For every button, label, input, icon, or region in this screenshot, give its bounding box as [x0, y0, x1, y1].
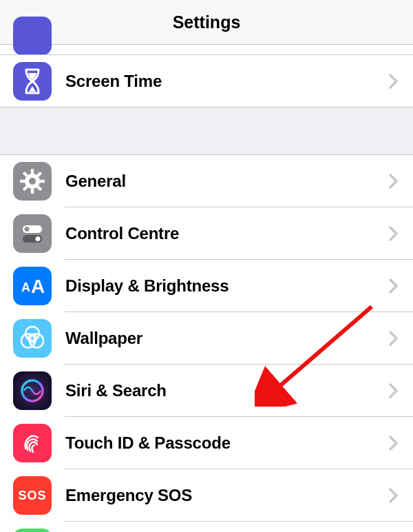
list-item-sos[interactable]: SOS Emergency SOS: [0, 469, 413, 522]
siri-icon: [13, 371, 52, 410]
svg-rect-5: [31, 189, 34, 194]
chevron-right-icon: [387, 71, 401, 92]
svg-point-9: [29, 178, 36, 185]
hourglass-icon: [13, 62, 52, 101]
chevron-right-icon: [387, 328, 401, 349]
list-item-label: Siri & Search: [52, 381, 387, 400]
text-size-icon: A A: [13, 267, 52, 305]
app-icon: [13, 17, 52, 55]
svg-point-11: [25, 227, 30, 232]
list-item-label: General: [52, 172, 387, 191]
list-item-screen-time[interactable]: Screen Time: [0, 55, 413, 108]
list-item-battery[interactable]: Battery: [0, 522, 413, 532]
flower-icon: [13, 319, 52, 358]
list-item-partial[interactable]: [0, 45, 413, 55]
svg-rect-1: [31, 169, 34, 174]
chevron-right-icon: [387, 171, 401, 192]
list-item-siri[interactable]: Siri & Search: [0, 365, 413, 417]
list-item-touchid[interactable]: Touch ID & Passcode: [0, 417, 413, 469]
chevron-right-icon: [387, 433, 401, 453]
chevron-right-icon: [387, 380, 401, 401]
svg-rect-7: [20, 180, 25, 183]
gear-icon: [13, 162, 52, 201]
svg-point-13: [36, 236, 41, 241]
list-item-label: Emergency SOS: [52, 486, 387, 505]
section-gap: [0, 108, 413, 155]
list-item-label: Wallpaper: [52, 329, 387, 348]
svg-text:SOS: SOS: [18, 489, 46, 502]
chevron-right-icon: [387, 485, 401, 506]
list-item-label: Control Centre: [52, 224, 387, 243]
svg-text:A: A: [21, 280, 30, 294]
chevron-right-icon: [387, 276, 401, 296]
page-title: Settings: [0, 0, 413, 45]
list-item-label: Display & Brightness: [52, 276, 387, 296]
list-item-wallpaper[interactable]: Wallpaper: [0, 312, 413, 365]
chevron-right-icon: [387, 223, 401, 244]
battery-icon: [13, 529, 52, 532]
svg-rect-3: [40, 180, 45, 183]
list-item-control-centre[interactable]: Control Centre: [0, 207, 413, 260]
list-item-general[interactable]: General: [0, 155, 413, 207]
toggles-icon: [13, 214, 52, 253]
list-item-label: Touch ID & Passcode: [52, 433, 387, 453]
list-item-display[interactable]: A A Display & Brightness: [0, 260, 413, 312]
svg-text:A: A: [31, 276, 45, 297]
fingerprint-icon: [13, 424, 52, 462]
list-item-label: Screen Time: [52, 72, 387, 91]
sos-icon: SOS: [13, 476, 52, 515]
